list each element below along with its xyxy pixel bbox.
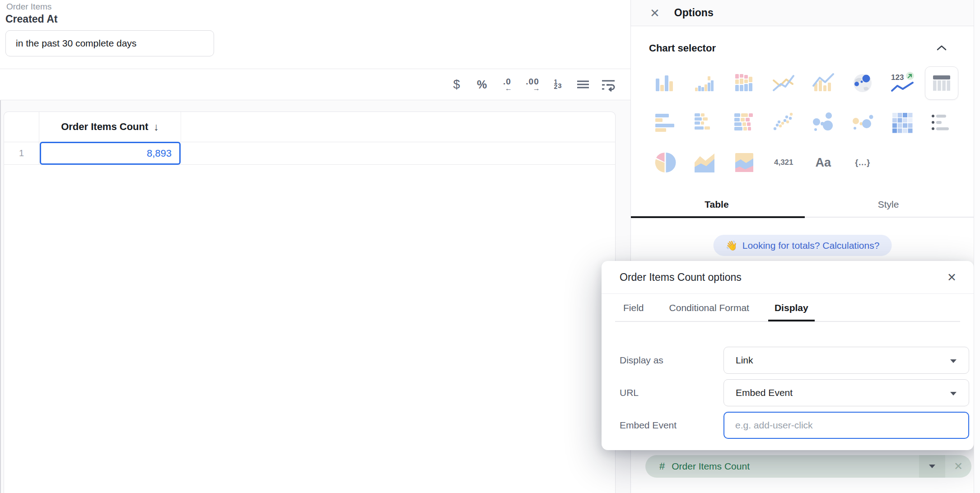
vertical-scrollbar[interactable] bbox=[974, 0, 980, 493]
single-value-trend-chart-icon[interactable]: 123 bbox=[889, 70, 916, 97]
field-chip-menu-caret[interactable] bbox=[919, 455, 945, 478]
sort-descending-icon: ↓ bbox=[154, 121, 159, 133]
json-chart-icon[interactable]: {...} bbox=[849, 149, 876, 176]
column-header-label: Order Items Count bbox=[61, 121, 148, 133]
bubble-alt-chart-icon[interactable] bbox=[849, 109, 876, 136]
row-number-cell: 1 bbox=[4, 142, 39, 164]
filter-entity-label: Order Items bbox=[6, 2, 51, 12]
display-as-label: Display as bbox=[620, 355, 663, 366]
embed-event-label: Embed Event bbox=[620, 420, 677, 431]
table-chart-icon[interactable] bbox=[925, 66, 958, 100]
selected-value-cell[interactable]: 8,893 bbox=[40, 142, 181, 165]
table-row: 1 8,893 bbox=[4, 142, 615, 165]
url-value: Embed Event bbox=[736, 387, 793, 398]
column-header-order-items-count[interactable]: Order Items Count ↓ bbox=[39, 112, 181, 142]
tab-field[interactable]: Field bbox=[622, 294, 645, 321]
pie-chart-icon[interactable] bbox=[652, 149, 679, 176]
svg-text:123: 123 bbox=[891, 73, 904, 82]
align-text-icon[interactable] bbox=[574, 74, 593, 94]
percent-format-icon[interactable]: % bbox=[472, 74, 491, 94]
increase-decimals-icon[interactable]: .00 → bbox=[523, 74, 542, 94]
chart-selector-title: Chart selector bbox=[649, 42, 716, 54]
field-chip-order-items-count[interactable]: # Order Items Count ✕ bbox=[645, 455, 971, 478]
tab-style[interactable]: Style bbox=[803, 191, 974, 218]
field-chip-remove-icon[interactable]: ✕ bbox=[945, 460, 971, 473]
panel-tab-bar: Table Style bbox=[631, 191, 974, 218]
bar-chart-icon[interactable] bbox=[652, 70, 679, 97]
modal-close-icon[interactable]: ✕ bbox=[947, 272, 957, 283]
numeric-sort-icon[interactable]: 12 3 bbox=[548, 74, 567, 94]
bar-line-combo-chart-icon[interactable] bbox=[810, 70, 837, 97]
totals-link-label: Looking for totals? Calculations? bbox=[742, 240, 880, 251]
format-toolbar: $ % .0 ← .00 → 12 3 bbox=[0, 69, 630, 100]
single-value-chart-icon[interactable]: 4,321 bbox=[770, 149, 797, 176]
value-cell-container: 8,893 bbox=[39, 142, 181, 164]
options-panel-header: ✕ Options bbox=[631, 0, 974, 26]
url-row: URL Embed Event bbox=[602, 379, 974, 406]
row-number-header bbox=[4, 112, 39, 142]
chart-selector-grid: 123 bbox=[645, 63, 962, 182]
field-options-modal: Order Items Count options ✕ Field Condit… bbox=[602, 261, 974, 450]
currency-format-icon[interactable]: $ bbox=[447, 74, 466, 94]
embed-event-row: Embed Event bbox=[602, 412, 974, 439]
wrap-text-icon[interactable] bbox=[599, 74, 618, 94]
tab-table[interactable]: Table bbox=[631, 191, 803, 218]
pane-edge-divider bbox=[0, 100, 1, 493]
display-as-value: Link bbox=[736, 355, 753, 366]
options-panel-title: Options bbox=[674, 7, 714, 19]
decrease-decimals-icon[interactable]: .0 ← bbox=[498, 74, 517, 94]
legend-list-icon[interactable] bbox=[928, 109, 955, 136]
modal-title: Order Items Count options bbox=[620, 271, 742, 284]
bubble-chart-icon[interactable] bbox=[810, 109, 837, 136]
close-options-icon[interactable]: ✕ bbox=[650, 7, 660, 19]
wave-emoji-icon: 👋 bbox=[726, 240, 737, 251]
number-field-icon: # bbox=[659, 460, 665, 472]
collapse-chevron-icon[interactable] bbox=[936, 44, 947, 53]
area-chart-icon[interactable] bbox=[691, 149, 718, 176]
table-header-row: Order Items Count ↓ bbox=[4, 112, 615, 142]
stacked-bar-chart-icon[interactable] bbox=[731, 70, 758, 97]
active-tab-underline bbox=[631, 216, 805, 218]
grouped-horizontal-bar-chart-icon[interactable] bbox=[691, 109, 718, 136]
filter-value-input[interactable] bbox=[5, 30, 214, 56]
tab-conditional-format[interactable]: Conditional Format bbox=[668, 294, 750, 321]
modal-tab-bar: Field Conditional Format Display bbox=[602, 294, 974, 322]
url-select[interactable]: Embed Event bbox=[723, 379, 969, 406]
app-window: Order Items Created At $ % .0 ← .00 → bbox=[0, 0, 980, 493]
results-table: Order Items Count ↓ 1 8,893 bbox=[4, 112, 616, 493]
horizontal-bar-chart-icon[interactable] bbox=[652, 109, 679, 136]
field-chip-label: Order Items Count bbox=[672, 461, 919, 472]
worksheet-area: Order Items Created At $ % .0 ← .00 → bbox=[0, 0, 630, 493]
scatter-chart-icon[interactable] bbox=[770, 109, 797, 136]
chevron-down-icon bbox=[950, 387, 957, 398]
tab-display[interactable]: Display bbox=[774, 294, 809, 321]
chevron-down-icon bbox=[950, 355, 957, 366]
display-as-select[interactable]: Link bbox=[723, 347, 969, 374]
heatmap-chart-icon[interactable] bbox=[889, 109, 916, 136]
filter-field-label: Created At bbox=[5, 13, 57, 25]
grouped-bar-chart-icon[interactable] bbox=[691, 70, 718, 97]
stacked-area-chart-icon[interactable] bbox=[731, 149, 758, 176]
display-as-row: Display as Link bbox=[602, 347, 974, 374]
map-chart-icon[interactable] bbox=[849, 70, 876, 97]
url-label: URL bbox=[620, 387, 639, 398]
text-chart-icon[interactable]: Aa bbox=[810, 149, 837, 176]
line-chart-icon[interactable] bbox=[770, 70, 797, 97]
embed-event-input[interactable] bbox=[723, 412, 969, 439]
totals-calculations-link[interactable]: 👋 Looking for totals? Calculations? bbox=[714, 235, 892, 256]
stacked-horizontal-bar-chart-icon[interactable] bbox=[731, 109, 758, 136]
modal-header: Order Items Count options ✕ bbox=[602, 261, 974, 294]
